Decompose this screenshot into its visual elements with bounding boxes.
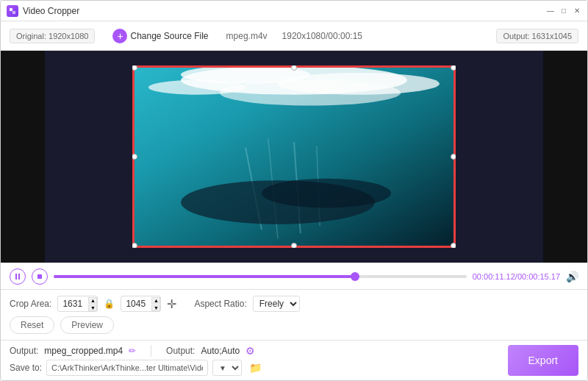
crop-area-label: Crop Area: [10,299,51,309]
aspect-row: Aspect Ratio: Freely 16:9 4:3 1:1 [194,296,299,312]
time-display: 00:00:11.12/00:00:15.17 [473,272,560,281]
divider [151,345,151,357]
minimize-button[interactable]: — [546,7,555,15]
playback-bar: 00:00:11.12/00:00:15.17 🔊 [1,263,587,289]
svg-point-7 [148,80,245,95]
svg-rect-14 [15,274,17,279]
stop-button[interactable] [32,268,48,285]
crop-height-down[interactable]: ▼ [151,305,160,311]
maximize-button[interactable]: □ [559,7,568,15]
volume-icon[interactable]: 🔊 [566,271,578,282]
change-source-label: Change Source File [130,31,208,41]
letterbox-right [543,51,587,263]
letterbox-left [1,51,45,263]
preview-button[interactable]: Preview [60,316,114,334]
svg-point-13 [262,179,391,208]
output-settings-value: Auto;Auto [201,346,240,356]
output-file-row: Output: mpeg_cropped.mp4 ✏ Output: Auto;… [10,345,499,357]
video-canvas[interactable] [132,65,456,248]
export-button[interactable]: Export [508,345,578,376]
app-icon [7,5,18,17]
progress-fill [54,275,355,278]
controls-area: Crop Area: 1631 ▲ ▼ 🔒 1045 ▲ ▼ ✛ [1,289,587,340]
main-window: Video Cropper — □ ✕ Original: 1920x1080 … [0,0,588,381]
file-details: 1920x1080/00:00:15 [282,31,362,41]
video-frame [132,65,456,248]
video-area [1,51,587,263]
output-file-label: Output: [10,346,38,356]
progress-thumb[interactable] [351,272,359,281]
save-path-input[interactable] [46,360,208,376]
crop-height-input[interactable]: 1045 ▲ ▼ [121,296,161,312]
bottom-bar: Output: mpeg_cropped.mp4 ✏ Output: Auto;… [1,340,587,380]
save-to-label: Save to: [10,363,42,373]
output-filename: mpeg_cropped.mp4 [44,346,123,356]
progress-bar[interactable] [54,275,467,278]
move-icon[interactable]: ✛ [167,297,176,311]
output-resolution-label: Output: 1631x1045 [496,29,578,43]
edit-filename-icon[interactable]: ✏ [129,346,136,356]
video-content [132,65,456,248]
close-button[interactable]: ✕ [573,7,581,15]
original-resolution-label: Original: 1920x1080 [10,29,95,43]
crop-width-up[interactable]: ▲ [88,297,97,304]
output-settings-label: Output: [166,346,195,356]
reset-button[interactable]: Reset [10,316,54,334]
crop-width-field[interactable]: 1631 [62,299,88,309]
svg-rect-15 [18,274,20,279]
title-bar: Video Cropper — □ ✕ [1,1,587,21]
crop-row: Crop Area: 1631 ▲ ▼ 🔒 1045 ▲ ▼ ✛ [10,296,578,312]
bottom-left: Output: mpeg_cropped.mp4 ✏ Output: Auto;… [10,345,499,376]
crop-height-up[interactable]: ▲ [151,297,160,304]
plus-circle-icon: + [112,29,127,43]
folder-icon[interactable]: 📁 [249,362,262,374]
crop-width-down[interactable]: ▼ [88,305,97,311]
change-source-button[interactable]: + Change Source File [107,26,214,46]
crop-height-spinners: ▲ ▼ [151,297,160,311]
top-bar: Original: 1920x1080 + Change Source File… [1,21,587,51]
lock-icon[interactable]: 🔒 [104,299,115,309]
pause-button[interactable] [10,268,26,285]
save-path-dropdown[interactable]: ▼ [212,360,242,376]
svg-rect-1 [12,11,15,14]
svg-rect-16 [37,274,42,279]
btn-row: Reset Preview [10,316,578,334]
svg-point-6 [220,80,401,106]
title-bar-left: Video Cropper [7,5,79,17]
save-to-row: Save to: ▼ 📁 [10,360,499,376]
app-title: Video Cropper [23,6,79,16]
aspect-ratio-select[interactable]: Freely 16:9 4:3 1:1 [253,296,300,312]
svg-rect-0 [10,8,12,11]
window-controls: — □ ✕ [546,7,581,15]
crop-height-field[interactable]: 1045 [126,299,151,309]
file-info: mpeg.m4v 1920x1080/00:00:15 [226,31,362,41]
settings-gear-icon[interactable]: ⚙ [245,345,255,357]
file-name: mpeg.m4v [226,31,268,41]
crop-width-spinners: ▲ ▼ [88,297,97,311]
aspect-ratio-label: Aspect Ratio: [194,299,246,309]
crop-width-input[interactable]: 1631 ▲ ▼ [57,296,98,312]
